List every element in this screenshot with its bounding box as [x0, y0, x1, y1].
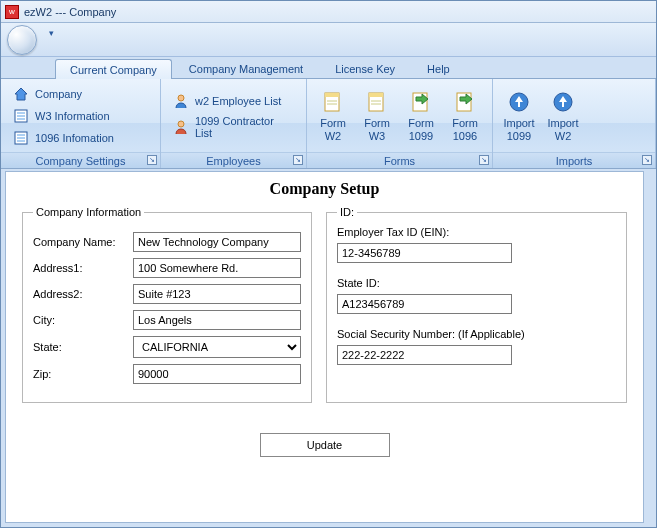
group-company-settings: Company W3 Information 1096 Infomation: [1, 79, 161, 168]
person-icon: [173, 93, 189, 109]
ribbon-item-label: 1099 Contractor List: [195, 115, 294, 139]
document-icon: [365, 90, 389, 114]
expand-icon[interactable]: ↘: [479, 155, 489, 165]
ribbon-btn-label: Import 1099: [503, 117, 534, 142]
document-arrow-icon: [409, 90, 433, 114]
tab-company-management[interactable]: Company Management: [174, 58, 318, 78]
input-state-id[interactable]: [337, 294, 512, 314]
label-address1: Address1:: [33, 262, 133, 274]
expand-icon[interactable]: ↘: [642, 155, 652, 165]
ribbon-btn-form-w3[interactable]: Form W3: [355, 86, 399, 144]
ribbon-item-w3-info[interactable]: W3 Information: [9, 106, 118, 126]
form-icon: [13, 108, 29, 124]
ribbon-btn-form-1096[interactable]: Form 1096: [443, 86, 487, 144]
label-zip: Zip:: [33, 368, 133, 380]
app-window: w ezW2 --- Company ▾ Current Company Com…: [0, 0, 657, 528]
update-button[interactable]: Update: [260, 433, 390, 457]
tab-help[interactable]: Help: [412, 58, 465, 78]
tab-current-company[interactable]: Current Company: [55, 59, 172, 79]
input-ein[interactable]: [337, 243, 512, 263]
svg-point-9: [178, 95, 184, 101]
expand-icon[interactable]: ↘: [293, 155, 303, 165]
fieldset-id: ID: Employer Tax ID (EIN): State ID: Soc…: [326, 206, 627, 403]
label-ssn: Social Security Number: (If Applicable): [337, 328, 616, 340]
qat-dropdown-icon[interactable]: ▾: [49, 28, 59, 38]
label-ein: Employer Tax ID (EIN):: [337, 226, 616, 238]
ribbon-item-label: w2 Employee List: [195, 95, 281, 107]
ribbon-item-label: W3 Information: [35, 110, 110, 122]
ribbon-item-1099-contractor-list[interactable]: 1099 Contractor List: [169, 113, 298, 141]
group-employees: w2 Employee List 1099 Contractor List Em…: [161, 79, 307, 168]
ribbon-item-w2-employee-list[interactable]: w2 Employee List: [169, 91, 298, 111]
import-up-icon: [507, 90, 531, 114]
ribbon-quick-access: ▾: [1, 23, 656, 57]
svg-rect-12: [325, 93, 339, 97]
ribbon-btn-label: Form W2: [320, 117, 346, 142]
ribbon-item-1096-info[interactable]: 1096 Infomation: [9, 128, 118, 148]
ribbon-item-label: 1096 Infomation: [35, 132, 114, 144]
ribbon-body: Company W3 Information 1096 Infomation: [1, 79, 656, 169]
group-label-employees: Employees ↘: [161, 152, 306, 168]
svg-rect-16: [369, 93, 383, 97]
label-state-id: State ID:: [337, 277, 616, 289]
group-label-forms: Forms ↘: [307, 152, 492, 168]
ribbon-btn-label: Form 1099: [408, 117, 434, 142]
input-company-name[interactable]: [133, 232, 301, 252]
group-forms: Form W2 Form W3 Form 1099: [307, 79, 493, 168]
fieldset-company-info: Company Information Company Name: Addres…: [22, 206, 312, 403]
label-state: State:: [33, 341, 133, 353]
ribbon-btn-import-1099[interactable]: Import 1099: [497, 86, 541, 144]
ribbon-item-label: Company: [35, 88, 82, 100]
ribbon-btn-form-1099[interactable]: Form 1099: [399, 86, 443, 144]
ribbon-btn-label: Form 1096: [452, 117, 478, 142]
page-title: Company Setup: [22, 180, 627, 198]
group-label-company-settings: Company Settings ↘: [1, 152, 160, 168]
label-address2: Address2:: [33, 288, 133, 300]
ribbon-btn-label: Import W2: [547, 117, 578, 142]
ribbon-tabs: Current Company Company Management Licen…: [1, 57, 656, 79]
window-title: ezW2 --- Company: [24, 6, 116, 18]
expand-icon[interactable]: ↘: [147, 155, 157, 165]
app-menu-orb[interactable]: [7, 25, 37, 55]
document-icon: [321, 90, 345, 114]
group-imports: Import 1099 Import W2 Imports ↘: [493, 79, 656, 168]
svg-marker-0: [15, 88, 27, 100]
ribbon-btn-label: Form W3: [364, 117, 390, 142]
svg-point-10: [178, 121, 184, 127]
legend-company-info: Company Information: [33, 206, 144, 218]
app-icon: w: [5, 5, 19, 19]
label-company-name: Company Name:: [33, 236, 133, 248]
input-address2[interactable]: [133, 284, 301, 304]
label-city: City:: [33, 314, 133, 326]
person-icon: [173, 119, 189, 135]
input-ssn[interactable]: [337, 345, 512, 365]
ribbon-btn-import-w2[interactable]: Import W2: [541, 86, 585, 144]
home-icon: [13, 86, 29, 102]
import-up-icon: [551, 90, 575, 114]
select-state[interactable]: CALIFORNIA: [133, 336, 301, 358]
form-icon: [13, 130, 29, 146]
document-arrow-icon: [453, 90, 477, 114]
content-panel: Company Setup Company Information Compan…: [5, 171, 644, 523]
input-address1[interactable]: [133, 258, 301, 278]
titlebar: w ezW2 --- Company: [1, 1, 656, 23]
tab-license-key[interactable]: License Key: [320, 58, 410, 78]
ribbon-btn-form-w2[interactable]: Form W2: [311, 86, 355, 144]
input-city[interactable]: [133, 310, 301, 330]
group-label-imports: Imports ↘: [493, 152, 655, 168]
legend-id: ID:: [337, 206, 357, 218]
input-zip[interactable]: [133, 364, 301, 384]
ribbon-item-company[interactable]: Company: [9, 84, 118, 104]
